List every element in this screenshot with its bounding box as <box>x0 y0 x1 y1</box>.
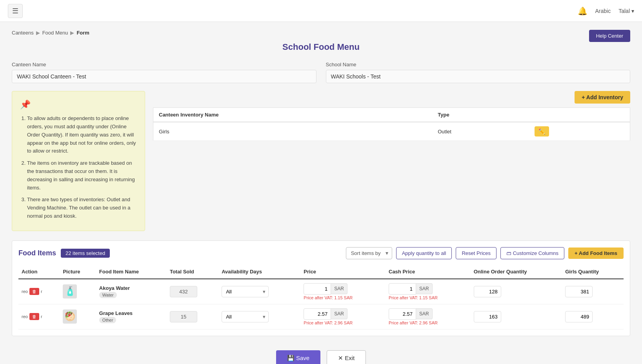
breadcrumb-sep-1: ▶ <box>36 30 40 36</box>
food-item-category: Other <box>99 317 116 323</box>
price-input-group: SAR <box>304 308 382 320</box>
inv-header-action <box>529 108 630 122</box>
info-item-1: To allow adults or dependents to place o… <box>27 115 137 155</box>
pin-icon: 📌 <box>20 98 137 111</box>
food-items-section: Food Items 22 items selected Sort items … <box>12 240 630 336</box>
breadcrumb-row: Canteens ▶ Food Menu ▶ Form Help Center <box>12 30 630 42</box>
inv-header-name: Canteen Inventory Name <box>153 108 433 122</box>
school-name-input[interactable] <box>326 70 631 83</box>
inventory-header: + Add Inventory <box>153 91 630 104</box>
save-button[interactable]: 💾 Save <box>276 350 320 364</box>
col-action: Action <box>18 265 60 279</box>
apply-quantity-button[interactable]: Apply quantity to all <box>396 247 452 259</box>
info-box: 📌 To allow adults or dependents to place… <box>12 91 145 231</box>
form-actions: 💾 Save ✕ Exit <box>12 344 630 364</box>
language-selector[interactable]: Arabic <box>595 8 611 14</box>
availability-select[interactable]: All <box>222 311 269 322</box>
user-menu[interactable]: Talal ▾ <box>618 8 634 14</box>
price-input[interactable] <box>304 283 331 295</box>
food-item-category: Water <box>99 292 117 298</box>
canteen-name-label: Canteen Name <box>12 62 316 67</box>
food-table-row: reo 🗑 r 🧴 Akoya Water Water All <box>18 279 624 304</box>
inventory-edit-button[interactable]: ✏️ <box>535 126 549 136</box>
breadcrumb-sep-2: ▶ <box>70 30 74 36</box>
cash-price-input[interactable] <box>389 283 416 295</box>
food-girls-qty-cell <box>562 304 624 329</box>
canteen-name-group: Canteen Name <box>12 62 316 83</box>
top-nav: ☰ 🔔 Arabic Talal ▾ <box>0 0 642 22</box>
bell-icon[interactable]: 🔔 <box>578 6 587 16</box>
customize-columns-button[interactable]: 🗃 Customize Columns <box>500 247 564 259</box>
food-item-name: Akoya Water <box>99 285 164 291</box>
inv-header-type: Type <box>432 108 529 122</box>
food-item-name: Grape Leaves <box>99 310 164 316</box>
cash-currency: SAR <box>416 283 433 294</box>
add-food-items-button[interactable]: + Add Food Items <box>568 248 624 259</box>
food-delete-button[interactable]: 🗑 <box>29 288 39 295</box>
price-input[interactable] <box>304 308 331 320</box>
add-inventory-button[interactable]: + Add Inventory <box>575 91 630 104</box>
col-price: Price <box>300 265 386 279</box>
food-picture: 🥙 <box>63 309 77 324</box>
school-name-group: School Name <box>326 62 631 83</box>
nav-right: 🔔 Arabic Talal ▾ <box>578 6 634 16</box>
food-action-cell: reo 🗑 r <box>18 304 60 329</box>
food-total-sold-cell <box>167 304 218 329</box>
cash-vat: Price after VAT: 1.15 SAR <box>389 295 467 300</box>
info-list: To allow adults or dependents to place o… <box>20 115 137 220</box>
reorder-label-r: r <box>41 289 42 294</box>
reorder-label: reo <box>22 314 28 319</box>
food-price-cell: SAR Price after VAT: 2.96 SAR <box>300 304 386 329</box>
food-cash-price-cell: SAR Price after VAT: 1.15 SAR <box>386 279 471 304</box>
online-qty-input[interactable] <box>474 286 501 297</box>
cash-price-input[interactable] <box>389 308 416 320</box>
food-delete-button[interactable]: 🗑 <box>29 313 39 320</box>
inv-cell-edit: ✏️ <box>529 122 630 141</box>
girls-qty-input[interactable] <box>565 286 593 297</box>
price-vat: Price after VAT: 2.96 SAR <box>304 320 382 325</box>
nav-left: ☰ <box>8 4 23 18</box>
availability-select[interactable]: All <box>222 286 269 297</box>
food-name-cell: Grape Leaves Other <box>96 304 167 329</box>
food-items-header: Food Items 22 items selected Sort items … <box>18 247 624 259</box>
hamburger-button[interactable]: ☰ <box>8 4 23 18</box>
food-action-cell: reo 🗑 r <box>18 279 60 304</box>
price-currency: SAR <box>331 308 347 319</box>
exit-button[interactable]: ✕ Exit <box>327 350 366 364</box>
sort-select[interactable]: Sort items by <box>346 247 392 259</box>
breadcrumb: Canteens ▶ Food Menu ▶ Form <box>12 30 89 36</box>
availability-wrapper: All <box>222 286 269 297</box>
inv-cell-type: Outlet <box>432 122 529 141</box>
info-item-2: The items on inventory are trackable bas… <box>27 159 137 192</box>
price-input-group: SAR <box>304 283 382 295</box>
online-qty-input[interactable] <box>474 311 501 322</box>
cash-currency: SAR <box>416 308 433 319</box>
food-items-title: Food Items <box>18 249 56 257</box>
food-picture-cell: 🧴 <box>60 279 96 304</box>
canteen-name-input[interactable] <box>12 70 316 83</box>
food-table: Action Picture Food Item Name Total Sold… <box>18 265 624 329</box>
food-name-cell: Akoya Water Water <box>96 279 167 304</box>
col-cash-price: Cash Price <box>386 265 471 279</box>
availability-wrapper: All <box>222 311 269 322</box>
price-currency: SAR <box>331 283 347 294</box>
cash-price-input-group: SAR <box>389 283 467 295</box>
inventory-table-section: + Add Inventory Canteen Inventory Name T… <box>153 91 630 231</box>
girls-qty-input[interactable] <box>565 311 593 322</box>
food-availability-cell: All <box>218 304 300 329</box>
breadcrumb-canteens[interactable]: Canteens <box>12 30 34 36</box>
food-girls-qty-cell <box>562 279 624 304</box>
breadcrumb-food-menu[interactable]: Food Menu <box>42 30 68 36</box>
food-online-qty-cell <box>471 304 562 329</box>
col-availability: Availability Days <box>218 265 300 279</box>
cash-vat: Price after VAT: 2.96 SAR <box>389 320 467 325</box>
info-item-3: There are two types of inventories: Outl… <box>27 196 137 220</box>
food-table-row: reo 🗑 r 🥙 Grape Leaves Other All <box>18 304 624 329</box>
col-online-qty: Online Order Quantity <box>471 265 562 279</box>
help-center-button[interactable]: Help Center <box>589 30 630 42</box>
breadcrumb-form: Form <box>76 30 89 36</box>
reorder-label: reo <box>22 289 28 294</box>
col-food-name: Food Item Name <box>96 265 167 279</box>
school-name-label: School Name <box>326 62 631 67</box>
reset-prices-button[interactable]: Reset Prices <box>456 247 497 259</box>
